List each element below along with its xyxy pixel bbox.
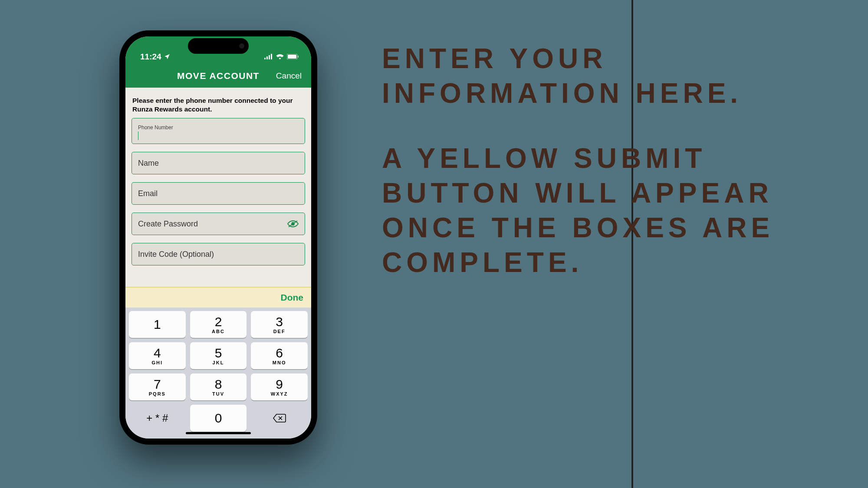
name-placeholder: Name <box>138 159 159 168</box>
home-indicator[interactable] <box>186 432 251 434</box>
key-9[interactable]: 9WXYZ <box>251 373 308 400</box>
key-1[interactable]: 1 <box>129 311 186 338</box>
key-2[interactable]: 2ABC <box>190 311 247 338</box>
key-7[interactable]: 7PQRS <box>129 373 186 400</box>
show-password-icon[interactable] <box>287 220 299 228</box>
location-icon <box>164 52 170 62</box>
phone-mockup: 11:24 <box>119 30 317 445</box>
key-8[interactable]: 8TUV <box>190 373 247 400</box>
svg-rect-2 <box>269 55 270 59</box>
keyboard: Done 1 2ABC 3DEF 4GHI 5JKL 6MNO 7PQRS 8T… <box>125 287 311 439</box>
key-symbols[interactable]: + * # <box>129 405 186 432</box>
phone-label: Phone Number <box>138 124 173 131</box>
email-placeholder: Email <box>138 189 158 198</box>
password-placeholder: Create Password <box>138 219 198 229</box>
instruction-line-2: A YELLOW SUBMIT BUTTON WILL APPEAR ONCE … <box>382 141 838 280</box>
page-title: MOVE ACCOUNT <box>177 71 260 81</box>
svg-rect-1 <box>266 56 268 59</box>
app-header: MOVE ACCOUNT Cancel <box>125 64 311 88</box>
key-0[interactable]: 0 <box>190 405 247 432</box>
key-3[interactable]: 3DEF <box>251 311 308 338</box>
form-area: Please enter the phone number connected … <box>125 88 311 273</box>
text-cursor <box>138 131 138 140</box>
invite-code-field[interactable]: Invite Code (Optional) <box>132 243 305 265</box>
svg-rect-6 <box>298 56 299 58</box>
done-button[interactable]: Done <box>281 292 304 303</box>
status-time: 11:24 <box>140 52 161 62</box>
dynamic-island <box>188 38 249 54</box>
form-prompt: Please enter the phone number connected … <box>132 94 305 118</box>
instruction-line-1: ENTER YOUR INFORMATION HERE. <box>382 41 838 111</box>
battery-icon <box>287 52 299 62</box>
key-4[interactable]: 4GHI <box>129 342 186 369</box>
invite-placeholder: Invite Code (Optional) <box>138 250 214 259</box>
wifi-icon <box>276 52 284 62</box>
key-delete[interactable] <box>251 405 308 432</box>
key-6[interactable]: 6MNO <box>251 342 308 369</box>
keypad: 1 2ABC 3DEF 4GHI 5JKL 6MNO 7PQRS 8TUV 9W… <box>125 308 311 432</box>
key-5[interactable]: 5JKL <box>190 342 247 369</box>
name-field[interactable]: Name <box>132 152 305 174</box>
phone-field[interactable]: Phone Number <box>132 118 305 144</box>
signal-icon <box>264 52 273 62</box>
email-field[interactable]: Email <box>132 182 305 205</box>
password-field[interactable]: Create Password <box>132 213 305 235</box>
cancel-button[interactable]: Cancel <box>276 71 302 81</box>
svg-rect-3 <box>271 54 272 59</box>
svg-rect-0 <box>264 58 266 59</box>
svg-rect-5 <box>288 55 296 59</box>
keyboard-toolbar: Done <box>125 287 311 308</box>
instructions-text: ENTER YOUR INFORMATION HERE. A YELLOW SU… <box>382 41 838 280</box>
